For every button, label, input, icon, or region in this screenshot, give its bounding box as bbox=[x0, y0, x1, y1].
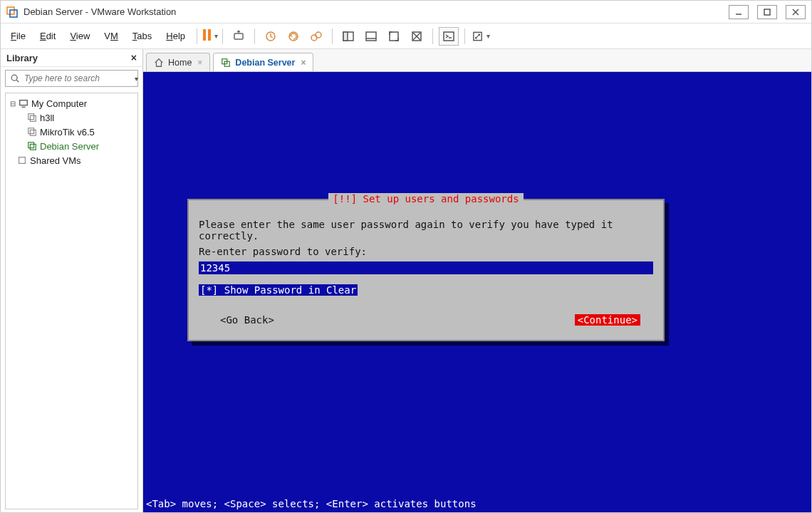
snapshot-take-icon[interactable] bbox=[261, 27, 281, 46]
pause-button[interactable]: ▾ bbox=[202, 29, 218, 43]
svg-rect-0 bbox=[7, 7, 14, 14]
vm-icon bbox=[27, 113, 37, 123]
installer-prompt: Re-enter password to verify: bbox=[199, 246, 653, 257]
menu-edit[interactable]: Edit bbox=[33, 28, 63, 44]
tab-strip: Home × Debian Server × bbox=[143, 49, 811, 72]
tab-debian-server[interactable]: Debian Server × bbox=[213, 53, 313, 71]
vm-tree: ⊟ My Computer h3ll MikroTik v6.5 Debian … bbox=[5, 93, 138, 509]
tree-vm-mikrotik[interactable]: MikroTik v6.5 bbox=[7, 125, 136, 139]
library-search[interactable]: ▾ bbox=[5, 70, 138, 87]
console-view-icon[interactable] bbox=[439, 27, 459, 46]
go-back-button[interactable]: <Go Back> bbox=[220, 314, 274, 326]
search-input[interactable] bbox=[24, 73, 132, 83]
svg-rect-26 bbox=[30, 115, 36, 121]
svg-rect-15 bbox=[390, 32, 398, 41]
svg-rect-1 bbox=[10, 10, 17, 17]
svg-point-21 bbox=[11, 75, 17, 81]
svg-line-22 bbox=[16, 80, 19, 82]
svg-rect-3 bbox=[764, 9, 770, 15]
menubar: File Edit View VM Tabs Help ▾ ▾ bbox=[1, 24, 811, 49]
search-dropdown-icon[interactable]: ▾ bbox=[135, 75, 138, 83]
fullscreen-icon[interactable] bbox=[384, 27, 404, 46]
svg-rect-27 bbox=[28, 128, 34, 134]
svg-rect-28 bbox=[30, 130, 36, 135]
shared-icon bbox=[17, 155, 27, 165]
svg-rect-13 bbox=[366, 32, 376, 41]
svg-rect-23 bbox=[20, 100, 28, 105]
svg-point-10 bbox=[316, 32, 321, 38]
svg-rect-30 bbox=[30, 144, 36, 150]
close-button[interactable] bbox=[786, 5, 806, 19]
home-icon bbox=[154, 58, 164, 68]
view-multi-icon[interactable] bbox=[361, 27, 381, 46]
snapshot-revert-icon[interactable] bbox=[283, 27, 303, 46]
menu-vm[interactable]: VM bbox=[97, 28, 125, 44]
svg-rect-25 bbox=[28, 114, 34, 120]
menu-view[interactable]: View bbox=[63, 28, 97, 44]
continue-button[interactable]: <Continue> bbox=[575, 314, 640, 326]
search-icon bbox=[10, 73, 20, 83]
password-field[interactable]: 12345___________________________________… bbox=[199, 261, 653, 274]
snapshot-manager-icon[interactable] bbox=[306, 27, 326, 46]
maximize-button[interactable] bbox=[757, 5, 777, 19]
window-title: Debian Server - VMware Workstation bbox=[24, 6, 176, 17]
menu-help[interactable]: Help bbox=[159, 28, 192, 44]
unity-icon[interactable] bbox=[407, 27, 427, 46]
svg-rect-6 bbox=[234, 33, 243, 39]
titlebar: Debian Server - VMware Workstation bbox=[1, 1, 811, 24]
vm-console[interactable]: [!!] Set up users and passwords Please e… bbox=[143, 72, 811, 512]
svg-rect-12 bbox=[343, 32, 348, 41]
computer-icon bbox=[19, 98, 28, 108]
installer-status-bar: <Tab> moves; <Space> selects; <Enter> ac… bbox=[146, 498, 477, 509]
installer-title: [!!] Set up users and passwords bbox=[328, 193, 523, 204]
tree-shared-vms[interactable]: Shared VMs bbox=[7, 153, 136, 167]
menu-file[interactable]: File bbox=[4, 28, 33, 44]
show-password-checkbox[interactable]: [*] Show Password in Clear bbox=[199, 284, 358, 296]
library-title: Library bbox=[6, 53, 38, 63]
view-single-icon[interactable] bbox=[338, 27, 358, 46]
stretch-icon[interactable]: ▾ bbox=[471, 27, 491, 46]
installer-dialog: [!!] Set up users and passwords Please e… bbox=[187, 199, 665, 341]
tab-close-icon[interactable]: × bbox=[197, 58, 202, 68]
tree-root-my-computer[interactable]: ⊟ My Computer bbox=[7, 96, 136, 110]
send-ctrl-alt-del-icon[interactable] bbox=[229, 27, 249, 46]
svg-rect-29 bbox=[28, 142, 34, 148]
tree-vm-debian-server[interactable]: Debian Server bbox=[7, 139, 136, 153]
library-panel: Library × ▾ ⊟ My Computer h3ll MikroTik bbox=[1, 49, 143, 512]
app-icon bbox=[6, 6, 18, 18]
minimize-button[interactable] bbox=[729, 5, 749, 19]
library-close-icon[interactable]: × bbox=[131, 52, 137, 63]
tab-home[interactable]: Home × bbox=[146, 53, 210, 71]
vm-icon bbox=[27, 127, 37, 137]
installer-instruction: Please enter the same user password agai… bbox=[199, 219, 653, 242]
menu-tabs[interactable]: Tabs bbox=[125, 28, 159, 44]
svg-rect-31 bbox=[19, 157, 26, 164]
tab-close-icon[interactable]: × bbox=[301, 58, 306, 68]
vm-running-icon bbox=[27, 141, 37, 151]
vm-tab-icon bbox=[221, 58, 231, 68]
tree-vm-h3ll[interactable]: h3ll bbox=[7, 110, 136, 125]
vm-area: Home × Debian Server × [!!] Set up users… bbox=[143, 49, 811, 512]
